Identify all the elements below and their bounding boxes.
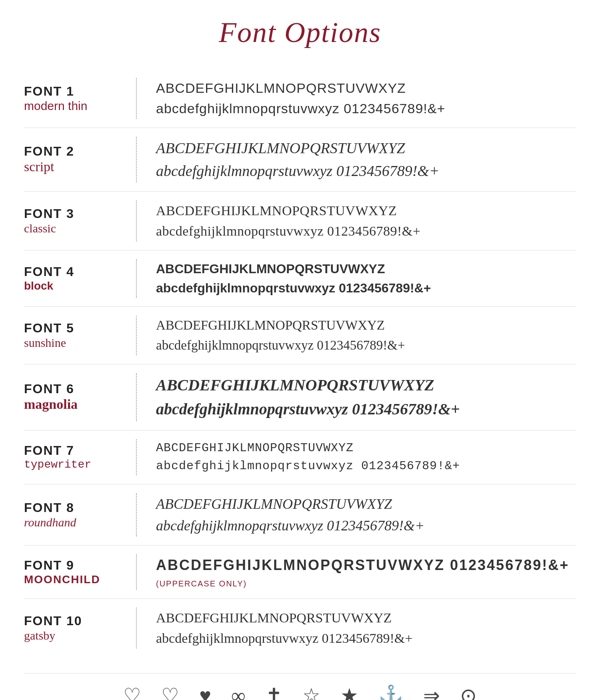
font-label-8: FONT 8 roundhand bbox=[24, 500, 136, 530]
font-sample-3: ABCDEFGHIJKLMNOPQRSTUVWXYZ abcdefghijklm… bbox=[156, 200, 576, 241]
font-row-2: FONT 2 script ABCDEFGHIJKLMNOPQRSTUVWXYZ… bbox=[24, 128, 576, 192]
font-divider-3 bbox=[136, 200, 144, 241]
font-sample-lowercase-10: abcdefghijklmnopqrstuvwxyz 0123456789!&+ bbox=[156, 628, 576, 648]
star-outline-icon: ☆ bbox=[302, 686, 320, 700]
font-label-10: FONT 10 gatsby bbox=[24, 614, 136, 643]
font-sample-uppercase-4: ABCDEFGHIJKLMNOPQRSTUVWXYZ bbox=[156, 259, 576, 278]
font-number-2: FONT 2 bbox=[24, 144, 128, 159]
font-divider-8 bbox=[136, 493, 144, 536]
font-sample-7: ABCDEFGHIJKLMNOPQRSTUVWXYZ abcdefghijklm… bbox=[156, 439, 576, 475]
font-name-8: roundhand bbox=[24, 515, 128, 530]
font-sample-10: ABCDEFGHIJKLMNOPQRSTUVWXYZ abcdefghijklm… bbox=[156, 608, 576, 648]
font-name-4: block bbox=[24, 279, 128, 293]
font-sample-uppercase-5: ABCDEFGHIJKLMNOPQRSTUVWXYZ bbox=[156, 316, 576, 336]
infinity-icon: ∞ bbox=[231, 686, 246, 700]
font-row-4: FONT 4 block ABCDEFGHIJKLMNOPQRSTUVWXYZ … bbox=[24, 250, 576, 307]
font-sample-lowercase-7: abcdefghijklmnopqrstuvwxyz 0123456789!&+ bbox=[156, 457, 576, 475]
font-row-10: FONT 10 gatsby ABCDEFGHIJKLMNOPQRSTUVWXY… bbox=[24, 599, 576, 657]
font-sample-9: ABCDEFGHIJKLMNOPQRSTUVWXYZ 0123456789!&+… bbox=[156, 554, 576, 590]
symbol-s2: ♡ S2 bbox=[161, 686, 179, 700]
font-row-8: FONT 8 roundhand ABCDEFGHIJKLMNOPQRSTUVW… bbox=[24, 484, 576, 546]
heart-filled-icon: ♥ bbox=[199, 686, 211, 700]
font-row-9: FONT 9 MOONCHILD ABCDEFGHIJKLMNOPQRSTUVW… bbox=[24, 546, 576, 599]
font-label-1: FONT 1 modern thin bbox=[24, 84, 136, 113]
font-divider-9 bbox=[136, 554, 144, 590]
font-number-4: FONT 4 bbox=[24, 264, 128, 279]
font-sample-uppercase-9: ABCDEFGHIJKLMNOPQRSTUVWXYZ 0123456789!&+ bbox=[156, 554, 576, 576]
font-number-3: FONT 3 bbox=[24, 206, 128, 221]
font-name-6: magnolia bbox=[24, 396, 128, 413]
font-sample-lowercase-6: abcdefghijklmnopqrstuvwxyz 0123456789!&+ bbox=[156, 397, 576, 421]
symbols-section: ♡ S1 ♡ S2 ♥ S3 ∞ S4 ✝ S5 ☆ S6 ★ S7 ⚓ S8 bbox=[24, 673, 576, 700]
symbol-s9: ⇒ S9 bbox=[423, 686, 440, 700]
symbol-s4: ∞ S4 bbox=[231, 686, 246, 700]
symbol-s7: ★ S7 bbox=[340, 686, 358, 700]
font-sample-lowercase-5: abcdefghijklmnopqrstuvwxyz 0123456789!&+ bbox=[156, 336, 576, 356]
font-number-10: FONT 10 bbox=[24, 614, 128, 628]
font-sample-5: ABCDEFGHIJKLMNOPQRSTUVWXYZ abcdefghijklm… bbox=[156, 316, 576, 355]
compass-icon: ⊙ bbox=[460, 686, 477, 700]
uppercase-only-label: (UPPERCASE ONLY) bbox=[156, 578, 576, 590]
font-sample-uppercase-7: ABCDEFGHIJKLMNOPQRSTUVWXYZ bbox=[156, 439, 576, 457]
font-sample-uppercase-8: ABCDEFGHIJKLMNOPQRSTUVWXYZ bbox=[156, 493, 576, 515]
font-number-9: FONT 9 bbox=[24, 558, 128, 573]
font-label-3: FONT 3 classic bbox=[24, 206, 136, 236]
font-sample-6: ABCDEFGHIJKLMNOPQRSTUVWXYZ abcdefghijklm… bbox=[156, 373, 576, 421]
symbol-s8: ⚓ S8 bbox=[378, 686, 403, 700]
font-sample-uppercase-10: ABCDEFGHIJKLMNOPQRSTUVWXYZ bbox=[156, 608, 576, 628]
font-number-1: FONT 1 bbox=[24, 84, 128, 99]
font-number-8: FONT 8 bbox=[24, 500, 128, 515]
font-name-10: gatsby bbox=[24, 628, 128, 643]
font-sample-uppercase-3: ABCDEFGHIJKLMNOPQRSTUVWXYZ bbox=[156, 200, 576, 221]
font-name-2: script bbox=[24, 159, 128, 175]
star-filled-icon: ★ bbox=[340, 686, 358, 700]
font-label-7: FONT 7 typewriter bbox=[24, 443, 136, 472]
font-divider-2 bbox=[136, 137, 144, 182]
symbol-s10: ⊙ S10 bbox=[460, 686, 477, 700]
font-row-5: FONT 5 sunshine ABCDEFGHIJKLMNOPQRSTUVWX… bbox=[24, 307, 576, 364]
page-container: Font Options FONT 1 modern thin ABCDEFGH… bbox=[0, 0, 600, 700]
font-sample-lowercase-1: abcdefghijklmnopqrstuvwxyz 0123456789!&+ bbox=[156, 98, 576, 119]
font-sample-uppercase-6: ABCDEFGHIJKLMNOPQRSTUVWXYZ bbox=[156, 373, 576, 397]
font-divider-7 bbox=[136, 439, 144, 475]
font-sample-lowercase-8: abcdefghijklmnopqrstuvwxyz 0123456789!&+ bbox=[156, 515, 576, 536]
symbol-s5: ✝ S5 bbox=[266, 686, 282, 700]
font-name-7: typewriter bbox=[24, 458, 128, 472]
font-row-6: FONT 6 magnolia ABCDEFGHIJKLMNOPQRSTUVWX… bbox=[24, 364, 576, 430]
font-number-7: FONT 7 bbox=[24, 443, 128, 458]
font-label-2: FONT 2 script bbox=[24, 144, 136, 175]
font-sample-uppercase-1: ABCDEFGHIJKLMNOPQRSTUVWXYZ bbox=[156, 78, 576, 98]
heart-outline-icon: ♡ bbox=[161, 686, 179, 700]
font-label-4: FONT 4 block bbox=[24, 264, 136, 293]
font-divider-4 bbox=[136, 259, 144, 298]
font-sample-lowercase-4: abcdefghijklmnopqrstuvwxyz 0123456789!&+ bbox=[156, 278, 576, 298]
font-divider-10 bbox=[136, 608, 144, 648]
arrows-icon: ⇒ bbox=[423, 686, 440, 700]
font-name-5: sunshine bbox=[24, 336, 128, 350]
font-sample-uppercase-2: ABCDEFGHIJKLMNOPQRSTUVWXYZ bbox=[156, 137, 576, 160]
symbol-s1: ♡ S1 bbox=[123, 686, 141, 700]
font-list: FONT 1 modern thin ABCDEFGHIJKLMNOPQRSTU… bbox=[24, 69, 576, 657]
font-label-6: FONT 6 magnolia bbox=[24, 382, 136, 413]
font-sample-lowercase-3: abcdefghijklmnopqrstuvwxyz 0123456789!&+ bbox=[156, 221, 576, 241]
heart-outline-thin-icon: ♡ bbox=[123, 686, 141, 700]
font-row-1: FONT 1 modern thin ABCDEFGHIJKLMNOPQRSTU… bbox=[24, 69, 576, 128]
font-sample-4: ABCDEFGHIJKLMNOPQRSTUVWXYZ abcdefghijklm… bbox=[156, 259, 576, 298]
font-sample-2: ABCDEFGHIJKLMNOPQRSTUVWXYZ abcdefghijklm… bbox=[156, 137, 576, 182]
symbol-s3: ♥ S3 bbox=[199, 686, 211, 700]
font-divider-5 bbox=[136, 316, 144, 355]
font-divider-6 bbox=[136, 373, 144, 421]
page-title: Font Options bbox=[24, 16, 576, 49]
font-row-7: FONT 7 typewriter ABCDEFGHIJKLMNOPQRSTUV… bbox=[24, 430, 576, 484]
font-label-9: FONT 9 MOONCHILD bbox=[24, 558, 136, 586]
font-sample-8: ABCDEFGHIJKLMNOPQRSTUVWXYZ abcdefghijklm… bbox=[156, 493, 576, 536]
font-name-1: modern thin bbox=[24, 99, 128, 113]
anchor-icon: ⚓ bbox=[378, 686, 403, 700]
font-number-5: FONT 5 bbox=[24, 321, 128, 336]
cross-icon: ✝ bbox=[266, 686, 282, 700]
font-divider-1 bbox=[136, 78, 144, 119]
font-row-3: FONT 3 classic ABCDEFGHIJKLMNOPQRSTUVWXY… bbox=[24, 192, 576, 250]
font-name-3: classic bbox=[24, 221, 128, 236]
font-sample-lowercase-2: abcdefghijklmnopqrstuvwxyz 0123456789!&+ bbox=[156, 160, 576, 182]
font-label-5: FONT 5 sunshine bbox=[24, 321, 136, 350]
